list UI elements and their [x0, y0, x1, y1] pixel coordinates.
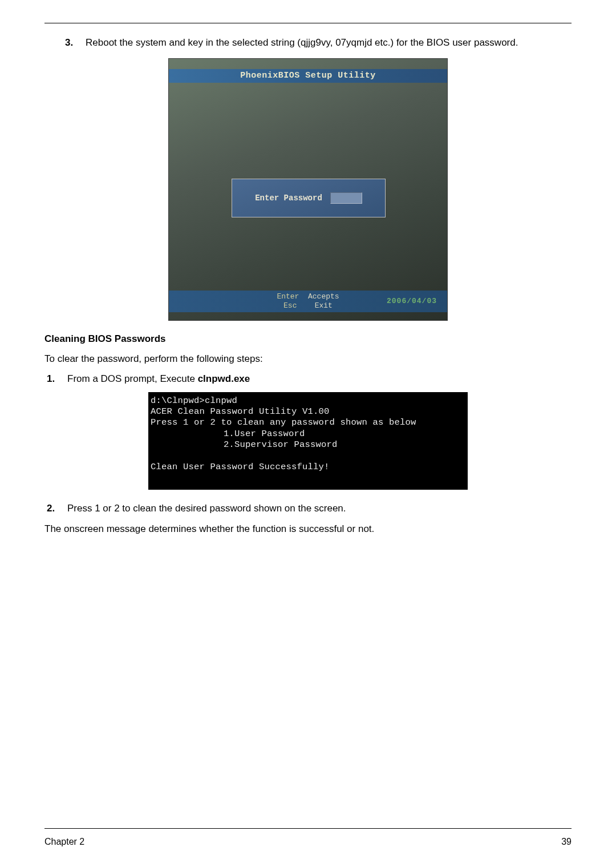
bottom-rule — [44, 828, 572, 829]
bios-title-bar: PhoenixBIOS Setup Utility — [169, 69, 447, 83]
sub-steps: 1. From a DOS prompt, Execute clnpwd.exe — [44, 372, 572, 386]
dos-l5: 2.Supervisor Password — [224, 439, 338, 450]
page: 3. Reboot the system and key in the sele… — [0, 0, 616, 863]
footer-left: Chapter 2 — [44, 837, 84, 847]
key-enter: Enter — [277, 292, 299, 301]
sub1-bold: clnpwd.exe — [198, 373, 250, 384]
sub-steps-2: 2. Press 1 or 2 to clean the desired pas… — [44, 501, 572, 516]
closing-text: The onscreen message determines whether … — [44, 522, 572, 537]
sub2-text: Press 1 or 2 to clean the desired passwo… — [67, 503, 346, 514]
key-esc: Esc — [283, 301, 297, 310]
step-3: 3. Reboot the system and key in the sele… — [86, 36, 572, 50]
bios-key-hints: Enter Accepts Esc Exit — [277, 292, 339, 310]
key-enter-action: Accepts — [308, 292, 339, 301]
page-footer: Chapter 2 39 — [44, 837, 572, 847]
bios-screenshot: PhoenixBIOS Setup Utility Enter Password… — [168, 58, 448, 321]
step-number: 1. — [47, 372, 55, 386]
top-rule — [44, 23, 572, 23]
sub1-prefix: From a DOS prompt, Execute — [67, 373, 198, 384]
section-intro: To clear the password, perform the follo… — [44, 352, 572, 366]
bios-date: 2006/04/03 — [387, 297, 437, 305]
step-text: Reboot the system and key in the selecte… — [86, 37, 518, 48]
dos-l2: ACER Clean Password Utility V1.00 — [151, 406, 330, 417]
dos-l3: Press 1 or 2 to clean any password shown… — [151, 417, 416, 428]
sub-step-1: 1. From a DOS prompt, Execute clnpwd.exe — [67, 372, 572, 386]
dos-l4: 1.User Password — [224, 429, 305, 439]
dos-l1: d:\Clnpwd>clnpwd — [151, 396, 237, 406]
section-heading: Cleaning BIOS Passwords — [44, 333, 572, 345]
bios-footer-bar: Enter Accepts Esc Exit 2006/04/03 — [169, 291, 447, 312]
key-esc-action: Exit — [315, 301, 333, 310]
bios-screenshot-figure: PhoenixBIOS Setup Utility Enter Password… — [44, 58, 572, 321]
dos-l6: Clean User Password Successfully! — [151, 462, 330, 472]
password-input-slot — [330, 192, 362, 204]
bios-password-dialog: Enter Password — [232, 179, 386, 217]
dos-terminal: d:\Clnpwd>clnpwd ACER Clean Password Uti… — [148, 392, 468, 490]
ordered-list-continued: 3. Reboot the system and key in the sele… — [44, 36, 572, 50]
step-number: 3. — [65, 36, 73, 50]
sub-step-2: 2. Press 1 or 2 to clean the desired pas… — [67, 501, 572, 516]
footer-right: 39 — [561, 837, 572, 847]
dos-screenshot-figure: d:\Clnpwd>clnpwd ACER Clean Password Uti… — [44, 392, 572, 490]
enter-password-label: Enter Password — [255, 193, 322, 203]
step-number: 2. — [47, 501, 55, 516]
